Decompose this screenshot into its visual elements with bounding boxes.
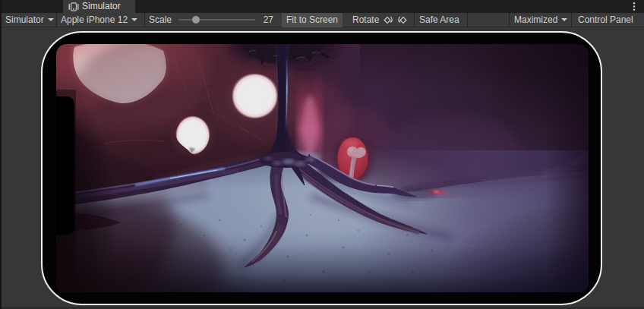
toolbar-separator — [571, 13, 572, 27]
iphone-notch — [56, 96, 74, 235]
toolbar-separator — [467, 13, 468, 27]
chevron-down-icon — [48, 18, 54, 21]
safe-area-toggle[interactable]: Safe Area — [419, 13, 459, 27]
device-screen[interactable] — [56, 44, 589, 292]
rotate-ccw-icon[interactable] — [381, 14, 393, 26]
device-simulator-icon — [68, 2, 79, 11]
rotate-label: Rotate — [352, 13, 379, 27]
toolbar-separator — [509, 13, 510, 27]
kebab-menu-icon[interactable] — [630, 2, 639, 11]
toolbar-separator — [414, 13, 415, 27]
simulator-window: Simulator Simulator Apple iPhone 12 Scal… — [0, 0, 644, 309]
window-mode-dropdown[interactable]: Maximized — [514, 13, 567, 27]
simulator-mode-label: Simulator — [5, 14, 44, 25]
toolbar-separator — [56, 13, 57, 27]
tab-label: Simulator — [82, 0, 121, 13]
iphone-12-device-frame — [41, 31, 602, 305]
scale-value: 27 — [255, 13, 273, 27]
scale-label: Scale — [149, 13, 172, 27]
tab-simulator[interactable]: Simulator — [63, 0, 135, 13]
window-mode-label: Maximized — [514, 14, 557, 25]
fit-to-screen-button[interactable]: Fit to Screen — [282, 13, 343, 27]
tab-bar: Simulator — [0, 0, 644, 13]
toolbar: Simulator Apple iPhone 12 Scale 27 Fit t… — [0, 13, 644, 27]
control-panel-button[interactable]: Control Panel — [578, 13, 633, 27]
scale-slider-track[interactable] — [178, 19, 255, 20]
toolbar-separator — [144, 13, 145, 27]
device-label: Apple iPhone 12 — [61, 14, 128, 25]
game-scene — [56, 44, 589, 292]
chevron-down-icon — [561, 18, 567, 21]
chevron-down-icon — [131, 18, 137, 21]
simulator-mode-dropdown[interactable]: Simulator — [5, 13, 54, 27]
device-dropdown[interactable]: Apple iPhone 12 — [61, 13, 137, 27]
window-left-edge — [0, 0, 2, 309]
scale-slider-knob[interactable] — [192, 16, 200, 24]
simulator-viewport — [0, 27, 644, 309]
rotate-cw-icon[interactable] — [397, 14, 409, 26]
